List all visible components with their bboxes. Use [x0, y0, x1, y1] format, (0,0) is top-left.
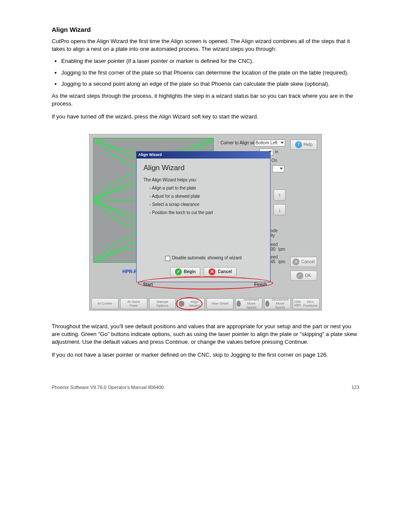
if-off-paragraph: If you have turned off the wizard, press…	[52, 113, 359, 121]
arrow-up-button[interactable]: ↑	[274, 190, 286, 201]
dialog-disable-checkbox[interactable]	[165, 256, 170, 261]
dialog-disable-row[interactable]: Disable automatic showing of wizard	[137, 255, 270, 261]
tool-align-wizard-label: Align Wizard	[186, 300, 203, 308]
help-icon: ?	[295, 141, 302, 148]
cancel-button[interactable]: ✕ Cancel	[290, 257, 317, 267]
section-heading: Align Wizard	[52, 26, 359, 33]
dialog-b2: - Adjust for a skewed plate	[149, 194, 263, 199]
dialog-heading: Align Wizard	[143, 164, 263, 172]
dialog-helps: The Align Wizard helps you:	[143, 177, 263, 182]
bottom-toolbar: At Corner At Skew Point Manual Options A…	[90, 297, 321, 310]
unit-in: in	[275, 149, 278, 154]
tool-align-wizard[interactable]: Align Wizard	[177, 298, 205, 309]
begin-button[interactable]: ✓ Begin	[170, 267, 201, 277]
mode-text: ode	[271, 228, 278, 233]
tool-manual-options-label: Manual Options	[153, 300, 172, 308]
corner-align-combo[interactable]: Bottom Left	[254, 140, 285, 146]
footer-doc-title: Phoenix Software V9.76.0 Operator's Manu…	[52, 385, 164, 390]
ok-button[interactable]: ✓ OK	[290, 271, 317, 281]
speed2-label: eed	[271, 255, 278, 259]
dialog-b1: - Align a part to the plate	[149, 186, 263, 190]
cancel-icon: ✕	[293, 258, 299, 265]
intro-bullets: Enabling the laser pointer (if a laser p…	[61, 57, 359, 88]
speed1-label: eed	[271, 242, 278, 247]
small-combo[interactable]	[272, 165, 284, 172]
tool-inc-icon	[237, 301, 241, 307]
help-button-label: Help	[304, 142, 313, 147]
speed2-unit: ipm	[278, 259, 285, 264]
hpr-label: HPR-P	[122, 269, 137, 274]
ity-text: ity	[271, 233, 275, 238]
tool-zero-positions[interactable]: 10001000 Zero Positions	[293, 298, 320, 309]
dialog-b4: - Position the torch to cut the part	[149, 210, 263, 215]
tool-at-skew-label: At Skew Point	[124, 300, 143, 308]
dialog-titlebar: Align Wizard	[137, 152, 270, 159]
finish-label: Finish	[254, 282, 267, 287]
speed1-unit: ipm	[278, 247, 285, 252]
dialog-cancel-button[interactable]: ✕ Cancel	[204, 267, 237, 277]
align-wizard-dialog: Align Wizard Align Wizard The Align Wiza…	[136, 151, 271, 282]
laser-on-label: On	[271, 158, 277, 163]
ok-icon: ✓	[296, 272, 303, 279]
tool-zero-label: Zero Positions	[302, 300, 318, 308]
after-screenshot-p2: If you do not have a laser pointer or ma…	[52, 351, 359, 359]
tool-inc-speed[interactable]: Increment Move Speed	[235, 298, 262, 309]
speed2-val: 45	[271, 259, 275, 264]
ok-button-label: OK	[305, 273, 311, 278]
dialog-cancel-icon: ✕	[209, 268, 215, 275]
arrow-down-icon: ↓	[278, 206, 281, 213]
tool-dec-speed[interactable]: Decrement Move Speed	[264, 298, 291, 309]
begin-button-label: Begin	[184, 269, 196, 274]
bullet-1: Enabling the laser pointer (if a laser p…	[61, 57, 359, 65]
tool-dec-label: Decrement Move Speed	[271, 298, 290, 309]
after-list-paragraph: As the wizard steps through the process,…	[52, 92, 359, 108]
tool-inc-label: Increment Move Speed	[242, 298, 261, 309]
tool-at-corner[interactable]: At Corner	[91, 298, 118, 309]
tool-align-wizard-icon	[179, 301, 184, 307]
after-screenshot-p1: Throughout the wizard, you'll see defaul…	[52, 323, 359, 346]
speed1-val: 00	[271, 247, 275, 252]
begin-icon: ✓	[175, 268, 182, 275]
footer-page-number: 123	[352, 385, 359, 390]
bullet-3: Jogging to a second point along an edge …	[61, 80, 359, 88]
tool-dec-icon	[265, 301, 270, 307]
callout-ellipse-statusbar	[138, 277, 273, 289]
corner-align-label: Corner to Align with	[221, 140, 258, 145]
arrow-up-icon: ↑	[278, 192, 281, 199]
arrow-down-button[interactable]: ↓	[274, 204, 286, 215]
tool-at-corner-label: At Corner	[97, 302, 112, 305]
dialog-disable-label: Disable automatic showing of wizard	[172, 255, 242, 260]
tool-view-sheet-label: View Sheet	[211, 302, 228, 305]
intro-paragraph: CutPro opens the Align Wizard the first …	[52, 37, 359, 53]
start-label: Start	[143, 282, 153, 287]
bullet-2: Jogging to the first corner of the plate…	[61, 69, 359, 77]
dialog-cancel-label: Cancel	[218, 269, 232, 274]
tool-at-skew[interactable]: At Skew Point	[120, 298, 147, 309]
tool-zero-nums: 10001000	[294, 300, 301, 307]
tool-manual-options[interactable]: Manual Options	[149, 298, 176, 309]
screenshot-align-wizard: HPR-P Corner to Align with Bottom Left i…	[89, 134, 322, 311]
cancel-button-label: Cancel	[301, 259, 314, 264]
help-button[interactable]: ? Help	[290, 140, 317, 150]
tool-view-sheet[interactable]: View Sheet	[206, 298, 234, 309]
dialog-b3: - Select a scrap clearance	[149, 202, 263, 207]
